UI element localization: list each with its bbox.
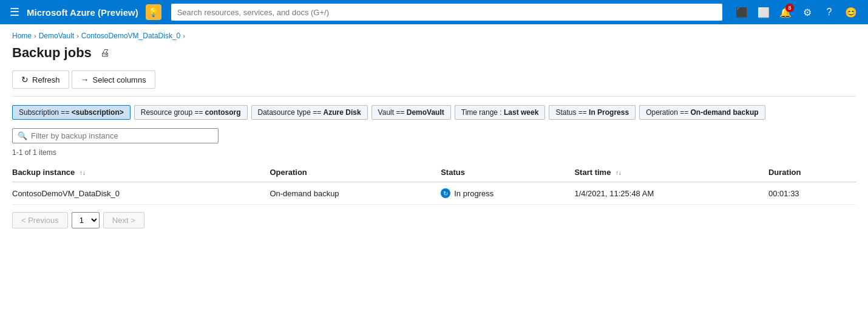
terminal-icon[interactable]: ⬛ <box>732 2 751 22</box>
filters-row: Subscription == <subscription> Resource … <box>12 105 856 120</box>
col-duration: Duration <box>768 163 856 182</box>
search-row: 🔍 <box>12 128 856 143</box>
status-progress-icon: ↻ <box>441 188 450 198</box>
bulb-icon[interactable]: 💡 <box>146 4 161 20</box>
cell-duration: 00:01:33 <box>768 182 856 205</box>
sort-icon-start-time: ↑↓ <box>615 170 622 176</box>
filter-time-text: Time range : Last week <box>461 108 539 117</box>
page-select[interactable]: 1 <box>72 212 100 228</box>
table-row[interactable]: ContosoDemoVM_DataDisk_0 On-demand backu… <box>12 182 856 205</box>
toolbar: ↻ Refresh → Select columns <box>12 70 856 97</box>
cell-status: ↻ In progress <box>441 182 574 205</box>
backup-jobs-table: Backup instance ↑↓ Operation Status Star… <box>12 163 856 205</box>
breadcrumb-datadisk[interactable]: ContosoDemoVM_DataDisk_0 <box>81 32 180 40</box>
previous-label: < Previous <box>21 216 59 225</box>
filter-chip-time-range[interactable]: Time range : Last week <box>455 105 546 120</box>
cell-operation: On-demand backup <box>270 182 441 205</box>
notification-badge: 8 <box>785 4 794 12</box>
next-button[interactable]: Next > <box>103 212 144 228</box>
filter-operation-text: Operation == On-demand backup <box>646 108 758 117</box>
sort-icon-backup-instance: ↑↓ <box>80 170 86 176</box>
filter-status-text: Status == In Progress <box>555 108 629 117</box>
breadcrumb-sep-2: › <box>76 32 79 39</box>
table-body: ContosoDemoVM_DataDisk_0 On-demand backu… <box>12 182 856 205</box>
col-status: Status <box>441 163 574 182</box>
filter-ds-text: Datasource type == Azure Disk <box>258 108 361 117</box>
previous-button[interactable]: < Previous <box>12 212 68 228</box>
filter-chip-operation[interactable]: Operation == On-demand backup <box>639 105 765 120</box>
select-columns-button[interactable]: → Select columns <box>72 70 155 89</box>
backup-instance-search-input[interactable] <box>31 131 213 140</box>
breadcrumb-home[interactable]: Home <box>12 32 32 40</box>
table-header: Backup instance ↑↓ Operation Status Star… <box>12 163 856 182</box>
breadcrumb-demovault[interactable]: DemoVault <box>39 32 74 40</box>
cell-start-time: 1/4/2021, 11:25:48 AM <box>574 182 768 205</box>
refresh-button[interactable]: ↻ Refresh <box>12 70 69 89</box>
search-wrap: 🔍 <box>12 128 219 143</box>
pagination: < Previous 1 Next > <box>12 212 856 228</box>
col-start-time[interactable]: Start time ↑↓ <box>574 163 768 182</box>
next-label: Next > <box>112 216 135 225</box>
filter-chip-status[interactable]: Status == In Progress <box>549 105 636 120</box>
breadcrumb-sep-1: › <box>34 32 36 39</box>
help-icon[interactable]: ? <box>819 2 839 22</box>
select-columns-label: Select columns <box>93 75 146 84</box>
refresh-icon: ↻ <box>21 75 29 84</box>
filter-chip-vault[interactable]: Vault == DemoVault <box>371 105 451 120</box>
page-title: Backup jobs <box>12 45 92 61</box>
hamburger-menu-icon[interactable]: ☰ <box>7 3 22 21</box>
breadcrumb-sep-3: › <box>183 32 185 39</box>
filter-chip-datasource-type[interactable]: Datasource type == Azure Disk <box>251 105 368 120</box>
filter-chip-resource-group[interactable]: Resource group == contosorg <box>134 105 248 120</box>
cell-backup-instance: ContosoDemoVM_DataDisk_0 <box>12 182 270 205</box>
col-backup-instance[interactable]: Backup instance ↑↓ <box>12 163 270 182</box>
filter-chip-subscription[interactable]: Subscription == <subscription> <box>12 105 131 120</box>
columns-icon: → <box>81 75 89 84</box>
refresh-label: Refresh <box>32 75 60 84</box>
top-navigation: ☰ Microsoft Azure (Preview) 💡 ⬛ ⬜ 🔔 8 ⚙ … <box>0 0 868 24</box>
nav-icon-group: ⬛ ⬜ 🔔 8 ⚙ ? 😊 <box>732 2 861 22</box>
status-label: In progress <box>454 189 493 198</box>
filter-vault-text: Vault == DemoVault <box>378 108 444 117</box>
feedback-icon[interactable]: ⬜ <box>754 2 773 22</box>
print-icon[interactable]: 🖨 <box>98 46 112 60</box>
global-search-input[interactable] <box>171 4 722 21</box>
notification-icon[interactable]: 🔔 8 <box>776 2 795 22</box>
breadcrumb: Home › DemoVault › ContosoDemoVM_DataDis… <box>12 32 856 40</box>
filter-subscription-text: Subscription == <subscription> <box>19 108 124 117</box>
col-operation: Operation <box>270 163 441 182</box>
item-count: 1-1 of 1 items <box>12 148 856 157</box>
page-title-row: Backup jobs 🖨 <box>12 45 856 61</box>
main-content: Home › DemoVault › ContosoDemoVM_DataDis… <box>0 24 868 336</box>
app-title: Microsoft Azure (Preview) <box>27 7 138 18</box>
search-icon: 🔍 <box>18 131 27 140</box>
filter-rg-text: Resource group == contosorg <box>141 108 241 117</box>
settings-icon[interactable]: ⚙ <box>798 2 817 22</box>
user-icon[interactable]: 😊 <box>841 2 861 22</box>
